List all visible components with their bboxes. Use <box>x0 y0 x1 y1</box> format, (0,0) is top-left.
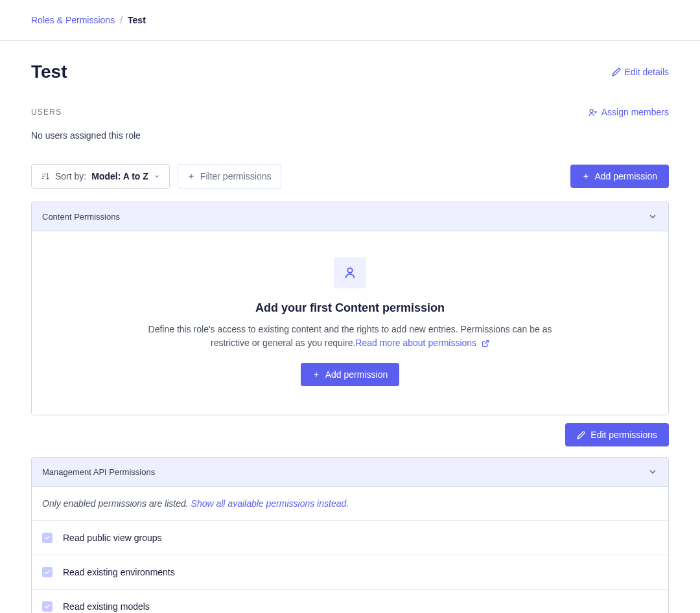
assign-members-label: Assign members <box>601 107 669 117</box>
breadcrumb-separator: / <box>120 15 122 25</box>
checkbox-checked[interactable] <box>42 567 52 577</box>
mgmt-api-header[interactable]: Management API Permissions <box>32 457 668 486</box>
sort-icon <box>41 172 50 181</box>
content-permissions-header[interactable]: Content Permissions <box>32 202 668 231</box>
content-permissions-title: Content Permissions <box>42 212 120 222</box>
permission-row: Read public view groups <box>32 521 668 555</box>
svg-line-2 <box>485 341 489 345</box>
content-permissions-panel: Content Permissions Add your first Conte… <box>31 202 669 415</box>
permission-row: Read existing models <box>32 590 668 613</box>
breadcrumb-current: Test <box>128 15 146 25</box>
sort-prefix: Sort by: <box>55 171 86 181</box>
chevron-down-icon <box>154 173 160 179</box>
read-more-link[interactable]: Read more about permissions <box>355 338 489 348</box>
edit-permissions-button[interactable]: Edit permissions <box>565 423 669 446</box>
checkbox-checked[interactable] <box>42 533 52 543</box>
svg-point-0 <box>590 109 593 112</box>
plus-icon <box>312 371 320 378</box>
external-link-icon <box>482 340 489 347</box>
mgmt-api-title: Management API Permissions <box>42 467 155 477</box>
permission-label: Read public view groups <box>63 533 162 543</box>
filter-permissions-label: Filter permissions <box>200 171 272 181</box>
add-permission-button-top[interactable]: Add permission <box>570 165 670 188</box>
edit-details-button[interactable]: Edit details <box>612 67 669 77</box>
permission-row: Read existing environments <box>32 555 668 590</box>
edit-permissions-label: Edit permissions <box>590 430 657 440</box>
pencil-icon <box>612 67 621 76</box>
empty-state-title: Add your first Content permission <box>58 301 642 315</box>
users-section-header: USERS Assign members <box>31 107 669 117</box>
page-header: Test Edit details <box>31 62 669 82</box>
breadcrumb-link-roles[interactable]: Roles & Permissions <box>31 15 115 25</box>
add-permission-button-empty[interactable]: Add permission <box>301 363 400 386</box>
sort-button[interactable]: Sort by: Model: A to Z <box>31 164 170 189</box>
add-permission-label: Add permission <box>595 171 658 181</box>
page-title: Test <box>31 62 67 82</box>
svg-point-1 <box>347 268 352 273</box>
mgmt-notice: Only enabled permissions are listed. Sho… <box>32 487 668 521</box>
plus-icon <box>187 172 195 180</box>
users-label: USERS <box>31 108 62 117</box>
checkbox-checked[interactable] <box>42 601 52 612</box>
no-users-text: No users assigned this role <box>31 130 669 141</box>
breadcrumb: Roles & Permissions / Test <box>0 0 700 41</box>
user-icon <box>334 257 366 288</box>
user-plus-icon <box>588 108 598 117</box>
plus-icon <box>582 172 590 180</box>
assign-members-button[interactable]: Assign members <box>588 107 669 117</box>
chevron-down-icon <box>648 211 658 222</box>
mgmt-api-permissions-panel: Management API Permissions Only enabled … <box>31 457 669 613</box>
sort-value: Model: A to Z <box>91 171 148 181</box>
add-permission-label: Add permission <box>325 369 388 380</box>
permission-label: Read existing models <box>63 601 150 612</box>
show-all-permissions-link[interactable]: Show all available permissions instead. <box>191 498 349 509</box>
permissions-toolbar: Sort by: Model: A to Z Filter permission… <box>31 164 669 189</box>
content-permissions-empty-state: Add your first Content permission Define… <box>32 231 668 415</box>
edit-details-label: Edit details <box>625 67 669 77</box>
permission-label: Read existing environments <box>63 567 175 577</box>
filter-permissions-button[interactable]: Filter permissions <box>178 164 281 189</box>
chevron-down-icon <box>648 467 658 477</box>
empty-state-desc: Define this role's access to existing co… <box>130 323 570 350</box>
pencil-icon <box>577 431 585 439</box>
